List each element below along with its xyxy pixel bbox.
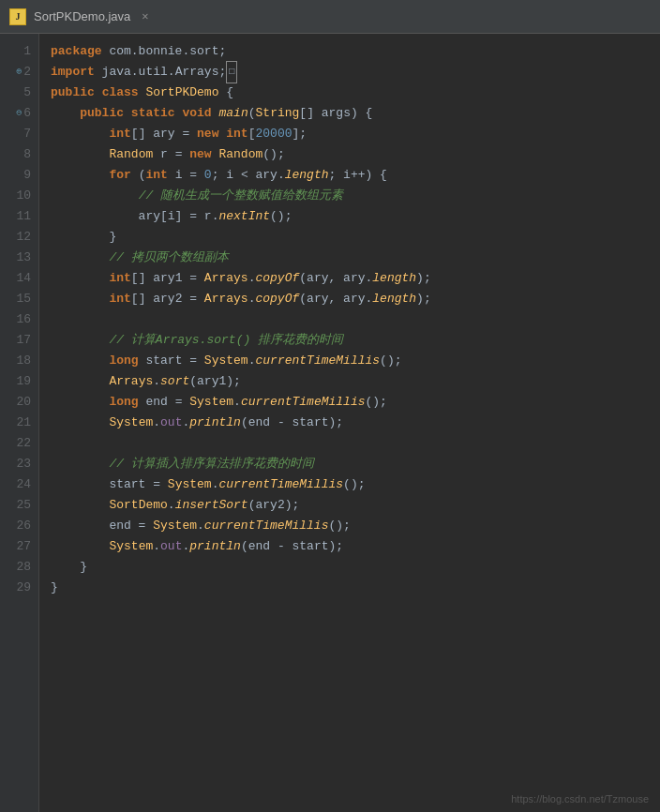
line-num-28: 28 [0,557,38,578]
code-line-11: ary[i] = r.nextInt(); [39,206,660,227]
line-num-9: 9 [0,165,38,186]
line-num-13: 13 [0,248,38,268]
code-line-1: package com.bonnie.sort; [39,41,660,62]
line-num-23: 23 [0,454,38,474]
line-num-6: ⊖6 [0,103,38,124]
file-icon: J [9,8,26,25]
line-num-5: 5 [0,83,38,103]
code-line-22 [39,433,660,454]
tab-label: SortPKDemo.java [34,9,130,23]
code-content: package com.bonnie.sort; import java.uti… [39,34,660,812]
code-line-13: // 拷贝两个数组副本 [39,248,660,268]
line-num-21: 21 [0,413,38,433]
line-num-17: 17 [0,330,38,351]
line-num-8: 8 [0,144,38,165]
code-line-15: int[] ary2 = Arrays.copyOf(ary, ary.leng… [39,289,660,309]
code-line-10: // 随机生成一个整数赋值给数组元素 [39,186,660,206]
code-line-29: } [39,578,660,598]
line-num-24: 24 [0,474,38,495]
code-line-20: long end = System.currentTimeMillis(); [39,392,660,413]
line-num-16: 16 [0,309,38,330]
line-num-14: 14 [0,268,38,289]
code-line-21: System.out.println(end - start); [39,413,660,433]
code-line-12: } [39,227,660,248]
watermark: https://blog.csdn.net/Tzmouse [511,793,649,804]
line-num-1: 1 [0,41,38,62]
code-line-26: end = System.currentTimeMillis(); [39,516,660,536]
code-line-19: Arrays.sort(ary1); [39,371,660,392]
tab-close-button[interactable]: ✕ [142,9,148,23]
code-line-25: SortDemo.insertSort(ary2); [39,495,660,516]
line-num-18: 18 [0,351,38,371]
code-line-14: int[] ary1 = Arrays.copyOf(ary, ary.leng… [39,268,660,289]
code-line-17: // 计算Arrays.sort() 排序花费的时间 [39,330,660,351]
line-numbers: 1 ⊕2 5 ⊖6 7 8 9 10 11 12 13 14 15 16 17 … [0,34,39,812]
code-line-24: start = System.currentTimeMillis(); [39,474,660,495]
line-num-26: 26 [0,516,38,536]
code-line-5: public class SortPKDemo { [39,83,660,103]
code-line-28: } [39,557,660,578]
line-num-20: 20 [0,392,38,413]
code-line-9: for (int i = 0; i < ary.length; i++) { [39,165,660,186]
code-line-23: // 计算插入排序算法排序花费的时间 [39,454,660,474]
editor-window: J SortPKDemo.java ✕ 1 ⊕2 5 ⊖6 7 8 9 10 1… [0,0,660,812]
title-bar: J SortPKDemo.java ✕ [0,0,660,34]
line-num-29: 29 [0,578,38,598]
line-num-25: 25 [0,495,38,516]
code-line-7: int[] ary = new int[20000]; [39,124,660,144]
code-line-2: import java.util.Arrays;□ [39,62,660,83]
code-line-8: Random r = new Random(); [39,144,660,165]
line-num-22: 22 [0,433,38,454]
line-num-7: 7 [0,124,38,144]
code-line-27: System.out.println(end - start); [39,536,660,557]
code-line-6: public static void main(String[] args) { [39,103,660,124]
code-line-18: long start = System.currentTimeMillis(); [39,351,660,371]
line-num-15: 15 [0,289,38,309]
line-num-19: 19 [0,371,38,392]
line-num-27: 27 [0,536,38,557]
line-num-11: 11 [0,206,38,227]
line-num-2: ⊕2 [0,62,38,83]
line-num-12: 12 [0,227,38,248]
code-line-16 [39,309,660,330]
code-area: 1 ⊕2 5 ⊖6 7 8 9 10 11 12 13 14 15 16 17 … [0,34,660,812]
line-num-10: 10 [0,186,38,206]
